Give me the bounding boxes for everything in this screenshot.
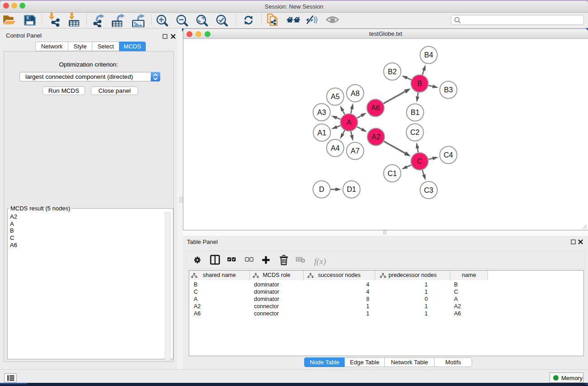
svg-text:A4: A4 xyxy=(331,144,340,152)
svg-text:D1: D1 xyxy=(347,186,356,193)
svg-text:A3: A3 xyxy=(317,109,326,116)
svg-text:C1: C1 xyxy=(387,170,397,177)
svg-text:A5: A5 xyxy=(331,93,340,100)
svg-text:C2: C2 xyxy=(410,129,420,136)
svg-text:C3: C3 xyxy=(424,186,434,194)
svg-text:A8: A8 xyxy=(351,90,360,97)
svg-text:A7: A7 xyxy=(351,147,360,155)
svg-text:C4: C4 xyxy=(444,151,453,159)
svg-text:B4: B4 xyxy=(424,51,433,59)
svg-text:A1: A1 xyxy=(317,129,326,137)
svg-text:A6: A6 xyxy=(371,104,380,112)
svg-text:C: C xyxy=(417,157,422,165)
svg-text:B3: B3 xyxy=(444,86,453,94)
svg-text:D: D xyxy=(319,186,325,193)
svg-text:B: B xyxy=(417,80,422,87)
svg-text:B2: B2 xyxy=(388,68,397,76)
svg-text:A: A xyxy=(347,119,352,126)
svg-text:A2: A2 xyxy=(372,133,381,141)
svg-text:B1: B1 xyxy=(411,109,420,116)
